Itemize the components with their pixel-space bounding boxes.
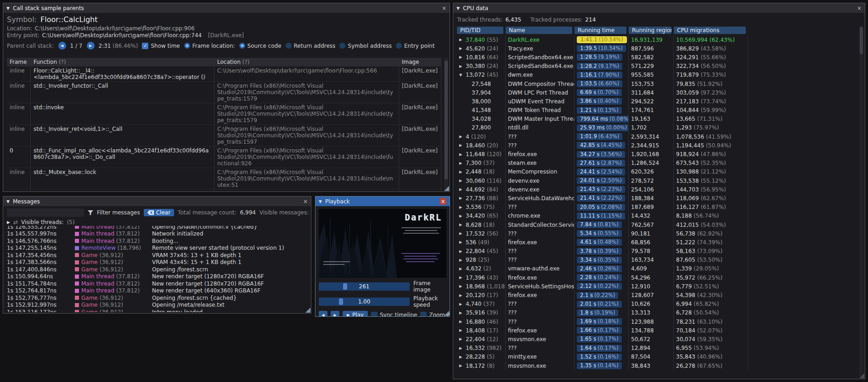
message-row[interactable]: 1s 152,776,777nsGame(36,912)Opening /for… — [7, 294, 309, 302]
close-icon[interactable]: × — [857, 6, 862, 11]
radio-return-address[interactable]: Return address — [286, 43, 336, 49]
close-icon[interactable]: × — [442, 6, 446, 11]
message-row[interactable]: 1s 153,116,177nsGame(36,912)Intro menu l… — [7, 309, 309, 312]
expand-icon[interactable]: ▶ — [7, 220, 10, 225]
table-row[interactable]: inlinestd::_Mutex_base::lockC:\Program F… — [7, 168, 441, 190]
visible-threads-row[interactable]: ▶ ⇄ Visible threads: (5) — [3, 217, 311, 226]
expand-icon[interactable]: ▼ — [459, 73, 463, 77]
expand-icon[interactable]: ▶ — [459, 346, 463, 350]
expand-icon[interactable]: ▶ — [459, 223, 463, 227]
table-row[interactable]: ▶20,120(17)firefox.exe2.1 s(0.22%)128,60… — [457, 291, 748, 299]
resize-grip[interactable] — [305, 308, 310, 313]
table-row[interactable]: ▶18,408(17)firefox.exe1.66 s(0.17%)134,7… — [457, 326, 748, 335]
message-row[interactable]: 1s 126,555,272nsMain thread(37,812)Openi… — [7, 226, 309, 230]
next-frame-button[interactable]: ▶ — [87, 42, 95, 50]
table-row[interactable]: 41,348DWM Token Thread1.21 s(0.13%)174,7… — [457, 106, 748, 115]
table-row[interactable]: 34,028DWM Master Input Thread799.64 ms(0… — [457, 115, 748, 124]
expand-icon[interactable]: ▶ — [459, 231, 463, 236]
table-row[interactable]: 38,000uDWM Event Thread3.86 s(0.40%)294,… — [457, 97, 748, 106]
table-row[interactable]: ▶44,692(84)devenv.exe21.43 s(2.23%)254,1… — [457, 185, 748, 194]
expand-icon[interactable]: ▶ — [459, 38, 463, 42]
expand-icon[interactable]: ▶ — [459, 46, 463, 51]
column-header-cpu-migrations[interactable]: CPU migrations — [674, 27, 746, 34]
play-button[interactable]: ▶ Play — [343, 311, 368, 316]
table-row[interactable]: ▶22,804(45)???3.78 s(0.39%)79,57858,163(… — [457, 247, 748, 256]
expand-icon[interactable]: ▶ — [459, 328, 463, 332]
table-row[interactable]: ▶4(120)???1:01.9(6.43%)2,593,3141,078,53… — [457, 132, 748, 141]
filter-input[interactable] — [7, 208, 84, 217]
expand-icon[interactable]: ▶ — [459, 284, 463, 288]
table-row[interactable]: ▶928(25)???3.34 s(0.35%)163,73487,605(53… — [457, 256, 748, 264]
checkbox-icon[interactable] — [420, 312, 427, 316]
expand-icon[interactable]: ▶ — [459, 320, 463, 324]
expand-icon[interactable]: ▶ — [459, 355, 463, 359]
expand-icon[interactable]: ▶ — [459, 135, 463, 139]
checkbox-icon[interactable]: ✓ — [142, 43, 148, 49]
table-row[interactable]: inlinestd::_Invoker_ret<void,1>::_CallC:… — [7, 125, 441, 146]
expand-icon[interactable]: ▶ — [459, 249, 463, 253]
column-header-name[interactable]: Name — [506, 27, 572, 34]
table-row[interactable]: 27,548DWM Compositor Thread1:03.5(6.60%)… — [457, 79, 748, 88]
expand-icon[interactable]: ▶ — [459, 152, 463, 157]
frame-image-slider[interactable]: 261 — [319, 282, 410, 291]
message-row[interactable]: 1s 151,754,784nsMain thread(37,812)New r… — [7, 280, 309, 287]
scrollbar-thumb[interactable] — [445, 61, 448, 180]
expand-icon[interactable]: ▶ — [459, 311, 463, 315]
radio-symbol-address[interactable]: Symbol address — [339, 43, 392, 49]
radio-entry-point[interactable]: Entry point — [396, 43, 434, 49]
message-row[interactable]: 1s 152,764,817nsMain thread(37,812)New r… — [7, 287, 309, 295]
expand-icon[interactable]: ▶ — [459, 205, 463, 209]
table-row[interactable]: inlinestd::unique_lock<std::mutex>::lock… — [7, 190, 441, 191]
vertical-scrollbar[interactable] — [859, 27, 863, 377]
resize-grip[interactable] — [444, 186, 449, 191]
table-row[interactable]: ▶11,648(120)firefox.exe34.27 s(3.56%)1,9… — [457, 150, 748, 158]
table-row[interactable]: ▶34,420(65)chrome.exe11.11 s(1.15%)14,43… — [457, 212, 748, 220]
radio-icon[interactable] — [286, 43, 292, 49]
close-icon[interactable]: × — [440, 198, 446, 205]
table-row[interactable]: ▼13,072(45)dwm.exe1:16.1(7.90%)955,58571… — [457, 71, 748, 79]
expand-icon[interactable]: ▶ — [459, 143, 463, 147]
table-row[interactable]: ▶7,300(37)steam.exe27.61 s(2.87%)1,286,5… — [457, 159, 748, 168]
table-row[interactable]: 37,904DWM LPC Port Thread6.69 s(0.70%)31… — [457, 88, 748, 97]
message-row[interactable]: 1s 146,576,766nsMain thread(37,812)Booti… — [7, 237, 309, 245]
message-row[interactable]: 1s 150,994,64nsMain thread(37,812)New re… — [7, 273, 309, 281]
table-row[interactable]: ▶37,840(55)DarkRL.exe1:41.1(10.54%)16,93… — [457, 35, 748, 44]
expand-icon[interactable]: ▶ — [459, 64, 463, 68]
table-row[interactable]: ▶4,740(37)???2.01 s(0.21%)10,6266,994(65… — [457, 300, 748, 309]
close-icon[interactable]: × — [303, 199, 308, 204]
table-row[interactable]: ▶22,404(12)msvsmon.exe1.65 s(0.17%)50,67… — [457, 335, 748, 343]
message-row[interactable]: 1s 147,400,846nsGame(36,912)Opening /for… — [7, 266, 309, 273]
table-row[interactable]: ▶35,916(39)???1.8 s(0.19%)13,3136,728(50… — [457, 309, 748, 317]
table-row[interactable]: ▶30,380(24)ScriptedSandbox64.exe1:28.2(9… — [457, 62, 748, 71]
table-row[interactable]: ▶10,816(64)ScriptedSandbox64.exe1:28.5(9… — [457, 53, 748, 62]
column-header-pid-tid[interactable]: PID/TID — [457, 27, 503, 34]
message-row[interactable]: 1s 147,255,145nsRemoteView(18,796)Remote… — [7, 245, 309, 252]
table-row[interactable]: ▶45,620(24)Tracy.exe1:39.5(10.34%)887,59… — [457, 44, 748, 53]
table-row[interactable]: ▶16,880(46)???1.69 s(0.18%)123,98878,231… — [457, 317, 748, 326]
table-row[interactable]: 27,800ntdll.dll25.93 ms(0.00%)1,7021,293… — [457, 124, 748, 132]
expand-icon[interactable]: ▶ — [459, 187, 463, 191]
table-row[interactable]: ▶8,628(18)StandardCollector.Service.e7.8… — [457, 220, 748, 229]
expand-icon[interactable]: ▶ — [459, 55, 463, 59]
playback-speed-slider[interactable]: 1.00 — [319, 298, 410, 306]
sync-timeline-checkbox[interactable]: Sync timeline — [371, 312, 417, 316]
step-back-button[interactable]: ◀ — [319, 311, 327, 316]
step-forward-button[interactable]: ▶ — [331, 311, 339, 316]
messages-titlebar[interactable]: ▼ Messages × — [3, 197, 311, 206]
expand-icon[interactable]: ▶ — [459, 161, 463, 165]
table-row[interactable]: ▶2,448(18)MemCompression24.41 s(2.54%)62… — [457, 168, 748, 176]
cpu-titlebar[interactable]: ▼ CPU data × — [453, 3, 865, 13]
resize-grip[interactable] — [444, 311, 449, 316]
message-row[interactable]: 1s 152,912,997nsGame(36,912)Opening /met… — [7, 302, 309, 309]
expand-icon[interactable]: ▶ — [459, 267, 463, 271]
checkbox-icon[interactable] — [371, 312, 378, 316]
table-row[interactable]: ▶18,968(1,018)ServiceHub.SettingsHost.ex… — [457, 282, 748, 291]
resize-grip[interactable] — [859, 373, 864, 378]
scrollbar-thumb[interactable] — [860, 27, 863, 54]
prev-frame-button[interactable]: ◀ — [58, 42, 66, 50]
expand-icon[interactable]: ▶ — [459, 179, 463, 183]
message-row[interactable]: 1s 145,557,997nsMain thread(37,812)Netwo… — [7, 230, 309, 238]
message-row[interactable]: 1s 147,383,566nsGame(36,912)VRAM 43x45: … — [7, 259, 309, 266]
expand-icon[interactable]: ▶ — [459, 258, 463, 262]
expand-icon[interactable]: ▶ — [459, 214, 463, 218]
